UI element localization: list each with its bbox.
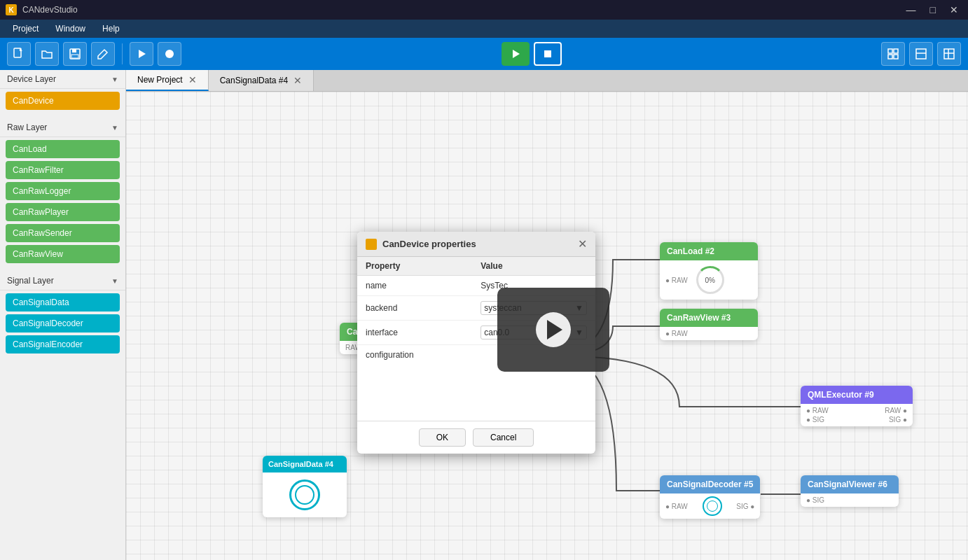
node-cansignaldata4-body [263,472,347,517]
svg-rect-9 [894,49,898,53]
node-canload2-port-raw: ● RAW [665,276,688,284]
signal-layer-header[interactable]: Signal Layer ▼ [0,272,125,290]
maximize-btn[interactable]: □ [926,3,940,17]
tab-bar: New Project ✕ CanSignalData #4 ✕ [126,70,968,92]
node-cansignalviewer6[interactable]: CanSignalViewer #6 ● SIG [801,475,899,507]
edit-button[interactable] [91,42,115,66]
dialog-close-button[interactable]: ✕ [578,237,587,251]
svg-rect-8 [888,49,892,53]
node-qmlexecutor9-row1: ● RAW RAW ● [806,407,907,414]
sidebar-item-canrawsender[interactable]: CanRawSender [6,224,120,242]
tab-new-project[interactable]: New Project ✕ [126,70,209,91]
video-overlay[interactable] [497,288,609,372]
node-cansignaldecoder5-port-raw: ● RAW [665,503,688,510]
main-layout: Device Layer ▼ CanDevice Raw Layer ▼ Can… [0,70,968,560]
node-canload2-body: ● RAW 0% [660,260,758,300]
node-cansignalviewer6-label: CanSignalViewer #6 [808,479,887,489]
dialog-cancel-button[interactable]: Cancel [473,428,534,447]
tab-cansignaldata4-close[interactable]: ✕ [293,75,302,86]
node-canload2-progress: 0% [696,266,724,294]
grid-view-button[interactable] [881,42,905,66]
database-icon [289,479,320,510]
dialog-title-icon [366,239,377,250]
svg-rect-11 [894,55,898,59]
play-button-overlay[interactable] [536,312,571,347]
database-icon-inner [295,485,314,505]
menu-help[interactable]: Help [95,22,127,36]
tab-new-project-label: New Project [137,75,183,85]
dialog-property-configuration: configuration [357,345,472,365]
save-button[interactable] [63,42,87,66]
node-canrawview3-header: CanRawView #3 [660,309,758,327]
minimize-btn[interactable]: — [902,3,920,17]
node-cansignalviewer6-port-sig: ● SIG [806,496,824,504]
dialog-property-name: name [357,276,472,296]
toolbar [0,38,968,70]
node-canrawview3-body: ● RAW [660,327,758,340]
sidebar-item-cansignaldata[interactable]: CanSignalData [6,293,120,312]
svg-rect-14 [944,49,954,59]
svg-point-5 [165,50,174,58]
device-layer-chevron: ▼ [111,76,118,83]
menu-window[interactable]: Window [48,22,92,36]
view-button[interactable] [937,42,961,66]
node-cansignaldecoder5-body: ● RAW SIG ● [660,493,760,519]
node-qmlexecutor9-header: QMLExecutor #9 [801,386,913,404]
sidebar: Device Layer ▼ CanDevice Raw Layer ▼ Can… [0,70,126,560]
window-controls: — □ ✕ [902,3,962,17]
svg-rect-10 [888,55,892,59]
dialog-property-backend: backend [357,296,472,321]
svg-rect-3 [71,55,78,58]
dialog-property-interface: interface [357,321,472,345]
dialog-col-value: Value [472,257,595,276]
node-qmlexecutor9-raw-left: ● RAW [806,407,829,414]
dialog-title: CanDevice properties [382,239,476,249]
content-area: New Project ✕ CanSignalData #4 ✕ [126,70,968,560]
sidebar-item-cansignaldecoder[interactable]: CanSignalDecoder [6,314,120,332]
sidebar-item-canrawplayer[interactable]: CanRawPlayer [6,203,120,221]
node-canrawview3-label: CanRawView #3 [667,313,731,323]
record-button[interactable] [158,42,181,66]
tab-cansignaldata4[interactable]: CanSignalData #4 ✕ [209,70,314,91]
raw-layer-chevron: ▼ [111,124,118,132]
node-cansignaldecoder5-label: CanSignalDecoder #5 [667,479,753,489]
sidebar-item-candevice[interactable]: CanDevice [6,92,120,110]
title-bar: K CANdevStudio — □ ✕ [0,0,968,20]
node-canrawview3[interactable]: CanRawView #3 ● RAW [660,309,758,340]
sidebar-item-canload[interactable]: CanLoad [6,140,120,158]
sidebar-item-canrawfilter[interactable]: CanRawFilter [6,161,120,179]
node-cansignaldecoder5-header: CanSignalDecoder #5 [660,475,760,493]
app-icon-text: K [8,6,13,14]
device-layer-label: Device Layer [7,74,56,84]
node-qmlexecutor9-sig-right: SIG ● [889,416,907,424]
stop-button[interactable] [534,42,562,66]
sidebar-item-canrawlogger[interactable]: CanRawLogger [6,182,120,200]
raw-layer-header[interactable]: Raw Layer ▼ [0,118,125,137]
sidebar-item-cansignalencoder[interactable]: CanSignalEncoder [6,335,120,354]
node-canload2[interactable]: CanLoad #2 ● RAW 0% [660,242,758,300]
node-canrawview3-port-raw: ● RAW [665,330,688,337]
close-btn[interactable]: ✕ [946,3,962,17]
play-button[interactable] [130,42,153,66]
node-cansignaldata4[interactable]: CanSignalData #4 [263,456,347,517]
sidebar-item-canrawview[interactable]: CanRawView [6,245,120,263]
node-canload2-header: CanLoad #2 [660,242,758,260]
svg-rect-7 [544,50,551,57]
app-title: CANdevStudio [22,5,78,15]
dialog-footer: OK Cancel [357,421,595,454]
device-layer-header[interactable]: Device Layer ▼ [0,70,125,89]
signal-layer-chevron: ▼ [111,277,118,285]
node-cansignaldata4-header: CanSignalData #4 [263,456,347,472]
run-button[interactable] [502,42,530,66]
dialog-ok-button[interactable]: OK [419,428,466,447]
node-cansignaldecoder5[interactable]: CanSignalDecoder #5 ● RAW SIG ● [660,475,760,519]
panel-button[interactable] [909,42,933,66]
toolbar-separator-1 [122,43,123,64]
node-qmlexecutor9[interactable]: QMLExecutor #9 ● RAW RAW ● ● SIG SIG ● [801,386,913,426]
node-cansignalviewer6-header: CanSignalViewer #6 [801,475,899,493]
tab-new-project-close[interactable]: ✕ [188,74,197,85]
node-cansignaldecoder5-icon-inner [707,500,718,512]
new-button[interactable] [7,42,31,66]
menu-project[interactable]: Project [6,22,46,36]
open-button[interactable] [35,42,59,66]
